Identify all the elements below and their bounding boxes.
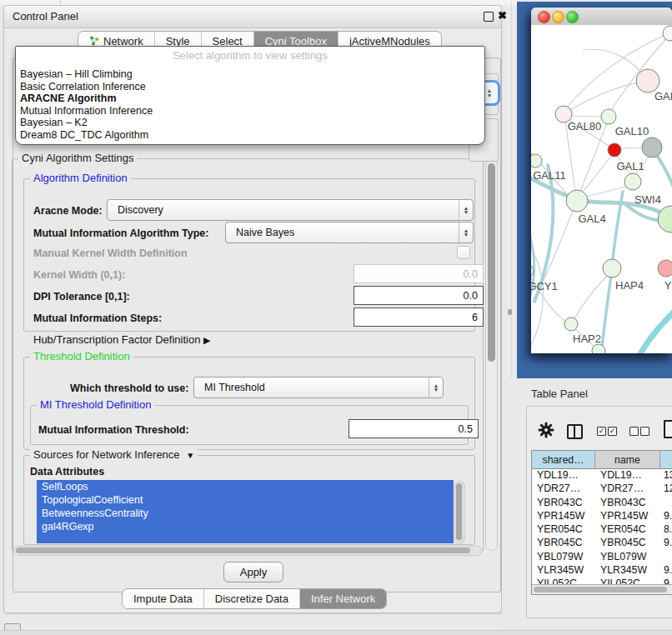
manual-kernel-checkbox[interactable] bbox=[457, 246, 470, 259]
table-cell: YER054C bbox=[595, 522, 660, 536]
table-hscrollbar-thumb[interactable] bbox=[534, 587, 667, 592]
zoom-traffic-light[interactable] bbox=[566, 11, 579, 23]
hub-definition-label: Hub/Transcription Factor Definition bbox=[33, 333, 200, 346]
tab-infer-network[interactable]: Infer Network bbox=[299, 589, 386, 608]
network-node-labels: GALGAL80GAL10GAL1GAL11SWI4GAL4GCY1HAP4YH… bbox=[531, 25, 672, 353]
select-all-checkbox-icon[interactable]: ✓ bbox=[597, 427, 606, 436]
settings-group-title: Cyni Algorithm Settings bbox=[18, 152, 137, 164]
dpi-tolerance-field[interactable]: 0.0 bbox=[354, 286, 484, 305]
column-header-name[interactable]: name bbox=[595, 451, 660, 468]
table-cell: 9. bbox=[660, 563, 672, 577]
algorithm-option[interactable]: Dream8 DC_TDC Algorithm bbox=[16, 129, 484, 142]
column-header-shared-name[interactable]: shared… bbox=[532, 451, 595, 468]
tab-impute-data[interactable]: Impute Data bbox=[123, 589, 203, 608]
tab-discretize-data[interactable]: Discretize Data bbox=[203, 589, 299, 608]
apply-button[interactable]: Apply bbox=[223, 562, 283, 582]
tab-label: Infer Network bbox=[311, 592, 375, 605]
select-all-checkbox-icon[interactable]: ✓ bbox=[608, 427, 617, 436]
table-cell: YBR045C bbox=[532, 536, 595, 549]
deselect-all-checkbox-icon[interactable] bbox=[640, 427, 649, 436]
node-label: GAL1 bbox=[616, 160, 644, 172]
deselect-all-checkbox-icon[interactable] bbox=[629, 427, 639, 436]
splitter-grip[interactable] bbox=[508, 309, 512, 315]
minimize-traffic-light[interactable] bbox=[552, 11, 564, 23]
mi-type-label: Mutual Information Algorithm Type: bbox=[33, 228, 208, 239]
node-label: GCY1 bbox=[531, 280, 558, 292]
float-window-icon[interactable] bbox=[484, 12, 494, 22]
top-notch bbox=[60, 0, 61, 4]
mi-threshold-label: Mutual Information Threshold: bbox=[38, 424, 189, 436]
tab-label: Discretize Data bbox=[215, 592, 288, 605]
algorithm-option[interactable]: Bayesian – K2 bbox=[16, 117, 484, 129]
columns-icon[interactable] bbox=[567, 424, 583, 439]
gear-icon[interactable] bbox=[538, 422, 554, 438]
table-row[interactable]: YPR145WYPR145W9. bbox=[532, 509, 672, 522]
mi-type-select[interactable]: Naive Bayes ▲▼ bbox=[225, 222, 474, 243]
node-label: GAL11 bbox=[533, 169, 566, 182]
close-icon[interactable]: ✖ bbox=[498, 9, 507, 22]
mi-threshold-field[interactable]: 0.5 bbox=[349, 419, 479, 438]
table-cell: YBR043C bbox=[532, 496, 595, 509]
table-cell: YER054C bbox=[532, 522, 595, 536]
table-row[interactable]: YLR345WYLR345W9. bbox=[532, 563, 672, 577]
mi-threshold-definition-title: MI Threshold Definition bbox=[37, 399, 154, 411]
screen: Control Panel ✖ Network Style Select bbox=[0, 0, 672, 635]
network-window-titlebar[interactable] bbox=[531, 8, 672, 26]
table-hscrollbar[interactable] bbox=[532, 584, 672, 594]
which-threshold-select[interactable]: MI Threshold ▲▼ bbox=[193, 377, 444, 398]
table-row[interactable]: YBL079WYBL079W bbox=[532, 550, 672, 563]
column-header-label: name bbox=[614, 454, 640, 466]
attribute-item[interactable]: TopologicalCoefficient bbox=[37, 493, 454, 507]
table-cell: 12 bbox=[660, 482, 672, 495]
new-table-icon[interactable] bbox=[664, 420, 672, 438]
table-row[interactable]: YDL19…YDL19…13 bbox=[532, 468, 672, 482]
column-header-partial[interactable] bbox=[660, 451, 672, 468]
stepper-icon[interactable]: ▲▼ bbox=[429, 378, 443, 398]
mi-threshold-value: 0.5 bbox=[459, 423, 473, 435]
table-cell: 13 bbox=[660, 468, 672, 482]
settings-scrollbar[interactable] bbox=[485, 159, 498, 551]
which-threshold-value: MI Threshold bbox=[194, 382, 429, 393]
hub-definition-toggle[interactable]: Hub/Transcription Factor Definition ▶ bbox=[33, 333, 210, 346]
stepper-icon[interactable]: ▲▼ bbox=[459, 222, 473, 242]
close-traffic-light[interactable] bbox=[538, 11, 550, 23]
attributes-list-scrollbar[interactable] bbox=[454, 481, 465, 544]
attribute-item[interactable]: BetweennessCentrality bbox=[37, 507, 454, 520]
table-cell: YBL079W bbox=[595, 550, 660, 563]
network-icon bbox=[89, 36, 99, 46]
aracne-mode-select[interactable]: Discovery ▲▼ bbox=[107, 199, 474, 221]
data-attributes-list[interactable]: SelfLoopsTopologicalCoefficientBetweenne… bbox=[37, 480, 454, 543]
algorithm-option[interactable]: ARACNE Algorithm bbox=[16, 92, 484, 105]
table-row[interactable]: YBR043CYBR043C bbox=[532, 496, 672, 509]
table-row[interactable]: YDR27…YDR27…12 bbox=[532, 482, 672, 495]
bottom-strip bbox=[0, 630, 672, 635]
table-cell: YPR145W bbox=[532, 509, 595, 522]
algorithm-option[interactable]: Mutual Information Inference bbox=[16, 105, 484, 118]
mi-steps-field[interactable]: 6 bbox=[354, 308, 484, 327]
table-row[interactable]: YBR045CYBR045C9. bbox=[532, 536, 672, 549]
data-attributes-label: Data Attributes bbox=[30, 466, 104, 478]
attribute-item[interactable]: SelfLoops bbox=[37, 480, 454, 493]
collapse-down-arrow-icon: ▼ bbox=[186, 451, 194, 460]
node-table: shared… name YDL19…YDL19…13YDR27…YDR27…1… bbox=[531, 450, 672, 595]
stepper-down-icon: ▼ bbox=[487, 93, 492, 98]
settings-scrollbar-thumb[interactable] bbox=[488, 163, 495, 362]
table-cell: 8. bbox=[660, 522, 672, 536]
kernel-width-value: 0.0 bbox=[464, 268, 478, 280]
table-cell: 9. bbox=[660, 509, 672, 522]
mi-type-value: Naive Bayes bbox=[226, 227, 459, 238]
algorithm-option[interactable]: Bayesian – Hill Climbing bbox=[16, 68, 484, 81]
settings-hscrollbar-thumb[interactable] bbox=[16, 548, 470, 553]
algorithm-option[interactable]: Basic Correlation Inference bbox=[16, 81, 484, 93]
table-row-container: YDL19…YDL19…13YDR27…YDR27…12YBR043CYBR04… bbox=[532, 468, 672, 585]
settings-hscrollbar[interactable] bbox=[13, 546, 482, 556]
attribute-item[interactable]: gal4RGexp bbox=[37, 520, 454, 533]
table-row[interactable]: YER054CYER054C8. bbox=[532, 522, 672, 536]
attributes-scrollbar-thumb[interactable] bbox=[456, 483, 462, 540]
network-canvas[interactable]: GALGAL80GAL10GAL1GAL11SWI4GAL4GCY1HAP4YH… bbox=[531, 25, 672, 353]
sources-title-toggle[interactable]: Sources for Network Inference ▼ bbox=[30, 449, 198, 462]
table-cell: YPR145W bbox=[595, 509, 660, 522]
apply-button-label: Apply bbox=[240, 566, 268, 578]
node-label: GAL4 bbox=[578, 212, 605, 225]
stepper-icon[interactable]: ▲▼ bbox=[459, 200, 473, 220]
